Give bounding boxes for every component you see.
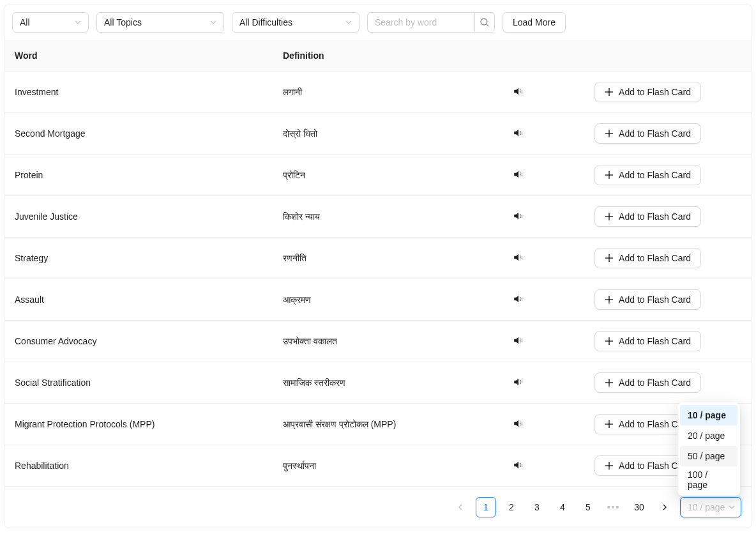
column-header-audio xyxy=(493,40,544,72)
cell-definition: लगानी xyxy=(273,72,493,113)
speaker-icon[interactable] xyxy=(513,293,524,305)
add-flashcard-label: Add to Flash Card xyxy=(619,378,691,388)
filter-topic-select[interactable]: All Topics xyxy=(96,12,224,33)
svg-rect-31 xyxy=(520,257,520,258)
add-flashcard-button[interactable]: Add to Flash Card xyxy=(594,289,701,310)
chevron-down-icon xyxy=(209,19,217,26)
cell-word: Investment xyxy=(4,72,273,113)
speaker-icon[interactable] xyxy=(513,418,524,429)
pagination: 12345 ••• 30 10 / page xyxy=(4,487,752,528)
add-flashcard-button[interactable]: Add to Flash Card xyxy=(594,165,701,185)
svg-rect-67 xyxy=(520,466,520,467)
svg-rect-51 xyxy=(520,380,520,381)
svg-rect-39 xyxy=(520,300,520,301)
cell-word: Second Mortgage xyxy=(4,113,273,155)
column-header-definition: Definition xyxy=(273,40,493,72)
add-flashcard-button[interactable]: Add to Flash Card xyxy=(594,206,701,227)
page-size-option[interactable]: 50 / page xyxy=(680,446,737,466)
filter-difficulty-select[interactable]: All Difficulties xyxy=(232,12,359,33)
svg-rect-53 xyxy=(520,383,520,384)
cell-definition: दोस्रो धितो xyxy=(273,113,493,155)
svg-rect-34 xyxy=(522,257,522,259)
speaker-icon[interactable] xyxy=(513,127,524,139)
filter-topic-value: All Topics xyxy=(104,17,142,27)
plus-icon xyxy=(605,295,614,304)
pagination-prev[interactable] xyxy=(450,497,471,517)
pagination-page[interactable]: 2 xyxy=(501,497,522,517)
pagination-last[interactable]: 30 xyxy=(629,497,649,517)
table-row: Second Mortgageदोस्रो धितोAdd to Flash C… xyxy=(4,113,752,155)
search-group xyxy=(367,12,495,33)
page-size-value: 10 / page xyxy=(688,502,725,512)
chevron-down-icon xyxy=(345,19,352,26)
svg-rect-32 xyxy=(520,258,520,259)
svg-rect-4 xyxy=(520,92,520,93)
page-size-option[interactable]: 20 / page xyxy=(680,425,737,446)
filter-category-value: All xyxy=(20,17,30,27)
add-flashcard-button[interactable]: Add to Flash Card xyxy=(594,331,701,351)
cell-definition: उपभोक्ता वकालत xyxy=(273,321,493,362)
svg-rect-59 xyxy=(520,423,520,424)
cell-definition: प्रोटिन xyxy=(273,155,493,196)
speaker-icon[interactable] xyxy=(513,459,524,471)
svg-rect-37 xyxy=(520,297,520,298)
page-size-option[interactable]: 10 / page xyxy=(680,405,737,425)
pagination-next[interactable] xyxy=(654,497,675,517)
svg-rect-68 xyxy=(522,464,522,465)
cell-word: Social Stratification xyxy=(4,362,273,404)
add-flashcard-label: Add to Flash Card xyxy=(619,253,691,263)
add-flashcard-button[interactable]: Add to Flash Card xyxy=(594,372,701,393)
pagination-ellipsis[interactable]: ••• xyxy=(603,497,624,517)
pagination-page[interactable]: 5 xyxy=(578,497,598,517)
svg-rect-46 xyxy=(520,341,520,342)
svg-rect-69 xyxy=(522,465,522,466)
speaker-icon[interactable] xyxy=(513,376,524,388)
table-row: Juvenile Justiceकिशोर न्यायAdd to Flash … xyxy=(4,196,752,238)
add-flashcard-button[interactable]: Add to Flash Card xyxy=(594,248,701,268)
svg-rect-27 xyxy=(522,216,522,217)
add-flashcard-button[interactable]: Add to Flash Card xyxy=(594,123,701,144)
pagination-page[interactable]: 3 xyxy=(527,497,547,517)
plus-icon xyxy=(605,212,614,221)
search-button[interactable] xyxy=(474,12,495,33)
cell-word: Consumer Advocacy xyxy=(4,321,273,362)
svg-rect-12 xyxy=(522,132,522,133)
plus-icon xyxy=(605,420,614,429)
chevron-down-icon xyxy=(728,503,736,511)
svg-rect-62 xyxy=(522,424,522,425)
page-size-select[interactable]: 10 / page xyxy=(680,497,741,517)
table-row: InvestmentलगानीAdd to Flash Card xyxy=(4,72,752,113)
speaker-icon[interactable] xyxy=(513,252,524,263)
svg-rect-44 xyxy=(520,339,520,340)
filter-difficulty-value: All Difficulties xyxy=(239,17,292,27)
filter-category-select[interactable]: All xyxy=(12,12,89,33)
svg-rect-41 xyxy=(522,299,522,300)
svg-rect-66 xyxy=(520,464,520,466)
svg-rect-65 xyxy=(520,463,520,464)
svg-rect-58 xyxy=(520,422,520,423)
svg-rect-30 xyxy=(520,256,520,257)
add-flashcard-button[interactable]: Add to Flash Card xyxy=(594,82,701,102)
search-input[interactable] xyxy=(367,12,474,33)
table-row: StrategyरणनीतिAdd to Flash Card xyxy=(4,238,752,279)
svg-rect-10 xyxy=(520,132,520,134)
page-size-option[interactable]: 100 / page xyxy=(680,466,737,493)
speaker-icon[interactable] xyxy=(513,86,524,97)
speaker-icon[interactable] xyxy=(513,210,524,222)
toolbar: All All Topics All Difficulties xyxy=(4,4,752,40)
load-more-button[interactable]: Load More xyxy=(503,12,566,33)
chevron-down-icon xyxy=(74,19,82,26)
table-row: Assaultआक्रमणAdd to Flash Card xyxy=(4,279,752,321)
svg-rect-11 xyxy=(520,134,520,135)
cell-word: Protein xyxy=(4,155,273,196)
pagination-page[interactable]: 1 xyxy=(476,497,496,517)
speaker-icon[interactable] xyxy=(513,169,524,180)
main-panel: All All Topics All Difficulties xyxy=(4,4,752,528)
pagination-page[interactable]: 4 xyxy=(552,497,573,517)
svg-line-1 xyxy=(487,24,488,26)
speaker-icon[interactable] xyxy=(513,335,524,346)
cell-word: Assault xyxy=(4,279,273,321)
table-row: Rehabilitationपुनर्स्थापनाAdd to Flash C… xyxy=(4,445,752,487)
cell-definition: आप्रवासी संरक्षण प्रोटोकल (MPP) xyxy=(273,404,493,445)
svg-rect-16 xyxy=(520,172,520,174)
